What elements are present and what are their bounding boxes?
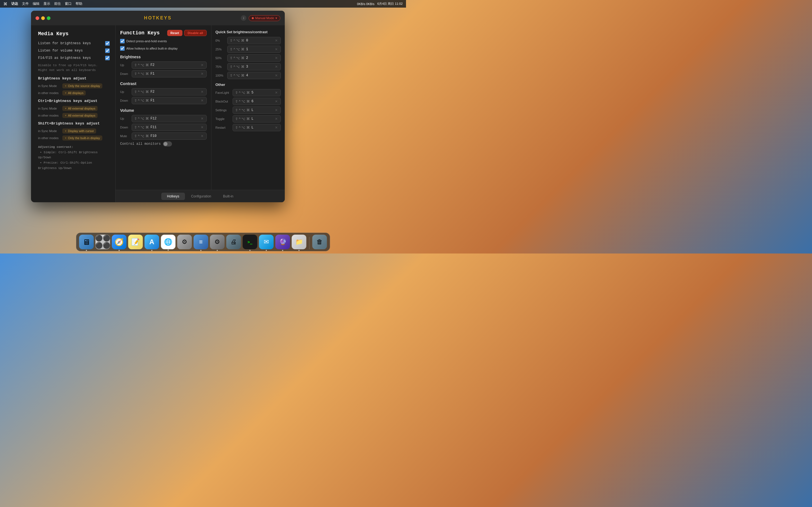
ctrl-sync-badge[interactable]: All external displays <box>62 106 98 111</box>
volume-up-box[interactable]: ⇧ ^ ⌥ ⌘ F12 ✕ <box>132 115 207 122</box>
dock-chrome[interactable]: 🌐 <box>161 235 175 249</box>
menu-file[interactable]: 文件 <box>22 1 29 6</box>
brightness-up-key: F2 <box>151 63 154 67</box>
menu-app[interactable]: 访达 <box>11 1 18 6</box>
volume-mute-row: Mute ⇧ ^ ⌥ ⌘ F10 ✕ <box>120 132 207 140</box>
settings-clear[interactable]: ✕ <box>274 108 278 112</box>
tab-builtin[interactable]: Built-in <box>217 193 239 200</box>
control-all-toggle[interactable] <box>163 142 172 147</box>
brightness-down-clear[interactable]: ✕ <box>200 72 204 76</box>
tab-hotkeys[interactable]: Hotkeys <box>161 193 185 200</box>
blackout-clear[interactable]: ✕ <box>274 100 278 103</box>
toggle-box[interactable]: ⇧ ^ ⌥ ⌘ L ✕ <box>233 115 281 122</box>
settings-box[interactable]: ⇧ ^ ⌥ ⌘ L ✕ <box>233 107 281 114</box>
ctrl-other-badge[interactable]: All external displays <box>62 113 98 118</box>
dock-notes[interactable]: 📝 <box>128 235 143 249</box>
tab-configuration[interactable]: Configuration <box>186 193 217 200</box>
brightness-other-badge[interactable]: All displays <box>62 91 86 96</box>
detect-checkbox[interactable] <box>120 39 124 43</box>
menu-help[interactable]: 帮助 <box>75 1 82 6</box>
quickset-25-box[interactable]: ⇧ ^ ⌥ ⌘ 1 ✕ <box>227 46 281 53</box>
ctrl-other-label: in other modes <box>38 114 61 117</box>
volume-down-key: F11 <box>151 125 157 129</box>
facelight-clear[interactable]: ✕ <box>274 91 278 95</box>
facelight-box[interactable]: ⇧ ^ ⌥ ⌘ 5 ✕ <box>233 89 281 96</box>
facelight-row: FaceLight ⇧ ^ ⌥ ⌘ 5 ✕ <box>215 89 281 96</box>
brightness-keys-checkbox[interactable] <box>105 41 110 46</box>
contrast-down-clear[interactable]: ✕ <box>200 99 204 103</box>
quickset-50-box[interactable]: ⇧ ^ ⌥ ⌘ 2 ✕ <box>227 54 281 62</box>
brightness-down-box[interactable]: ⇧ ^ ⌥ ⌘ F1 ✕ <box>132 70 207 77</box>
brightness-keys-row: Listen for brightness keys <box>38 41 110 46</box>
dock-filemgr[interactable]: 📁 <box>292 235 306 249</box>
dock-appstore[interactable]: A <box>145 235 159 249</box>
volume-mute-box[interactable]: ⇧ ^ ⌥ ⌘ F10 ✕ <box>132 132 207 140</box>
reset-button[interactable]: Reset <box>167 30 183 36</box>
shift-sync-badge[interactable]: Display with cursor <box>62 128 96 133</box>
volume-up-key: F12 <box>151 117 157 121</box>
disable-button[interactable]: Disable all <box>184 30 207 36</box>
brightness-sync-badge[interactable]: Only the source display <box>62 83 102 89</box>
dock-automator[interactable]: ⚙ <box>177 235 192 249</box>
quickset-75-clear[interactable]: ✕ <box>274 65 278 69</box>
dock-mail[interactable]: ✉ <box>259 235 274 249</box>
shift-brightness-title: Shift+Brightness keys adjust <box>38 121 110 126</box>
dock-preferences[interactable]: ⚙ <box>210 235 225 249</box>
volume-down-box[interactable]: ⇧ ^ ⌥ ⌘ F11 ✕ <box>132 124 207 131</box>
volume-keys-checkbox[interactable] <box>105 48 110 53</box>
menu-view[interactable]: 显示 <box>43 1 50 6</box>
brightness-up-box[interactable]: ⇧ ^ ⌥ ⌘ F2 ✕ <box>132 61 207 69</box>
menu-edit[interactable]: 编辑 <box>33 1 40 6</box>
info-button[interactable]: i <box>241 15 246 21</box>
dock-finder[interactable]: 🖥 <box>79 235 94 249</box>
volume-down-row: Down ⇧ ^ ⌥ ⌘ F11 ✕ <box>120 124 207 131</box>
dock-print[interactable]: 🖨 <box>226 235 241 249</box>
contrast-down-box[interactable]: ⇧ ^ ⌥ ⌘ F1 ✕ <box>132 97 207 104</box>
maximize-button[interactable] <box>47 16 50 20</box>
facelight-symbols: ⇧ ^ ⌥ ⌘ <box>235 91 250 95</box>
quickset-100-box[interactable]: ⇧ ^ ⌥ ⌘ 4 ✕ <box>227 72 281 79</box>
contrast-up-key: F2 <box>151 90 154 94</box>
app-window: HOTKEYS i Manual Mode ▾ Media Keys Liste… <box>31 11 285 202</box>
dock-trash[interactable]: 🗑 <box>312 235 327 249</box>
toggle-clear[interactable]: ✕ <box>274 117 278 121</box>
quickset-0-box[interactable]: ⇧ ^ ⌥ ⌘ 0 ✕ <box>227 37 281 44</box>
dock-safari[interactable]: 🧭 <box>112 235 126 249</box>
blackout-box[interactable]: ⇧ ^ ⌥ ⌘ 6 ✕ <box>233 98 281 105</box>
volume-down-dir: Down <box>120 126 130 129</box>
dock-proxyman[interactable]: 🔮 <box>275 235 290 249</box>
volume-mute-key: F10 <box>151 134 157 138</box>
brightness-up-dir: Up <box>120 63 130 67</box>
quickset-title: Quick Set brightness/contrast <box>215 30 281 34</box>
manual-mode-badge[interactable]: Manual Mode ▾ <box>249 15 280 21</box>
quickset-100-clear[interactable]: ✕ <box>274 73 278 77</box>
quickset-25-clear[interactable]: ✕ <box>274 47 278 51</box>
menu-window[interactable]: 窗口 <box>65 1 71 6</box>
apple-menu[interactable]: ⌘ <box>3 2 7 6</box>
minimize-button[interactable] <box>41 16 45 20</box>
brightness-down-symbols: ⇧ ^ ⌥ ⌘ <box>134 72 149 76</box>
brightness-up-clear[interactable]: ✕ <box>200 63 204 67</box>
close-button[interactable] <box>36 16 39 20</box>
quickset-25-key: 1 <box>246 47 248 51</box>
restart-clear[interactable]: ✕ <box>274 126 278 129</box>
contrast-up-clear[interactable]: ✕ <box>200 90 204 94</box>
blackout-label: BlackOut <box>215 100 231 103</box>
facelight-label: FaceLight <box>215 91 231 94</box>
contrast-up-box[interactable]: ⇧ ^ ⌥ ⌘ F2 ✕ <box>132 88 207 96</box>
volume-up-clear[interactable]: ✕ <box>200 117 204 121</box>
restart-box[interactable]: ⇧ ^ ⌥ ⌘ L ✕ <box>233 124 281 131</box>
f14f15-checkbox[interactable] <box>105 56 110 60</box>
menu-go[interactable]: 前往 <box>54 1 61 6</box>
quickset-0-key: 0 <box>246 39 248 43</box>
allow-checkbox[interactable] <box>120 46 124 51</box>
shift-other-badge[interactable]: Only the built-in display <box>62 135 102 140</box>
volume-mute-clear[interactable]: ✕ <box>200 134 204 138</box>
dock-googledocs[interactable]: ≡ <box>194 235 208 249</box>
dock-launchpad[interactable]: ⚫⚫⚫⚫ <box>96 235 110 249</box>
quickset-50-clear[interactable]: ✕ <box>274 56 278 60</box>
dock-terminal[interactable]: >_ <box>243 235 257 249</box>
quickset-75-box[interactable]: ⇧ ^ ⌥ ⌘ 3 ✕ <box>227 63 281 70</box>
quickset-0-clear[interactable]: ✕ <box>274 39 278 43</box>
volume-down-clear[interactable]: ✕ <box>200 125 204 129</box>
